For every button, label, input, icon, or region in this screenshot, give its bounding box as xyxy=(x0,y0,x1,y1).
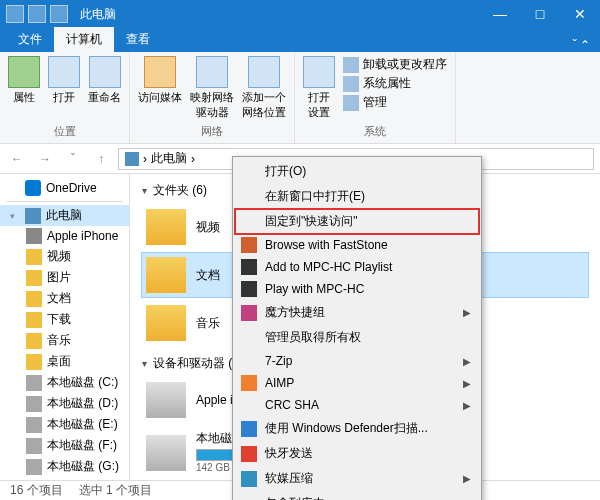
chevron-right-icon: ▶ xyxy=(463,378,471,389)
qat-icon-2[interactable] xyxy=(28,5,46,23)
ctx-play-mpc[interactable]: Play with MPC-HC xyxy=(235,278,479,300)
ribbon-group-location: 属性 打开 重命名 位置 xyxy=(0,52,130,143)
sidebar-disk-g[interactable]: 本地磁盘 (G:) xyxy=(0,456,129,477)
sidebar-disk-f[interactable]: 本地磁盘 (F:) xyxy=(0,435,129,456)
sidebar-disk-c[interactable]: 本地磁盘 (C:) xyxy=(0,372,129,393)
mpc-icon xyxy=(241,259,257,275)
minimize-button[interactable]: — xyxy=(480,0,520,28)
chevron-right-icon: ▶ xyxy=(463,473,471,484)
nav-up-button[interactable]: ↑ xyxy=(90,148,112,170)
folder-icon xyxy=(26,354,42,370)
onedrive-icon xyxy=(25,180,41,196)
access-media-button[interactable]: 访问媒体 xyxy=(138,56,182,105)
ctx-defender[interactable]: 使用 Windows Defender扫描... xyxy=(235,416,479,441)
sidebar-pictures[interactable]: 图片 xyxy=(0,267,129,288)
documents-folder-icon xyxy=(146,257,186,293)
ctx-crc-sha[interactable]: CRC SHA▶ xyxy=(235,394,479,416)
rename-icon xyxy=(89,56,121,88)
ctx-open[interactable]: 打开(O) xyxy=(235,159,479,184)
uninstall-icon xyxy=(343,57,359,73)
videos-folder-icon xyxy=(146,209,186,245)
open-icon xyxy=(48,56,80,88)
add-network-location-button[interactable]: 添加一个 网络位置 xyxy=(242,56,286,120)
system-properties-button[interactable]: 系统属性 xyxy=(343,75,447,92)
ribbon: 属性 打开 重命名 位置 访问媒体 映射网络 驱动器 xyxy=(0,52,600,144)
window-controls: — □ ✕ xyxy=(480,0,600,28)
ctx-add-library[interactable]: 包含到库中▶ xyxy=(235,491,479,500)
sidebar-disk-d[interactable]: 本地磁盘 (D:) xyxy=(0,393,129,414)
manage-icon xyxy=(343,95,359,111)
separator xyxy=(6,201,123,202)
maximize-button[interactable]: □ xyxy=(520,0,560,28)
folder-icon xyxy=(26,312,42,328)
ctx-browse-faststone[interactable]: Browse with FastStone xyxy=(235,234,479,256)
sysprops-icon xyxy=(343,76,359,92)
ctx-pin-quick-access[interactable]: 固定到"快速访问" xyxy=(235,209,479,234)
rename-button[interactable]: 重命名 xyxy=(88,56,121,105)
ribbon-tabs: 文件 计算机 查看 ˇ ⌃ xyxy=(0,28,600,52)
nav-forward-button[interactable]: → xyxy=(34,148,56,170)
add-location-icon xyxy=(248,56,280,88)
drive-icon xyxy=(26,417,42,433)
map-drive-icon xyxy=(196,56,228,88)
close-button[interactable]: ✕ xyxy=(560,0,600,28)
map-drive-button[interactable]: 映射网络 驱动器 xyxy=(190,56,234,120)
open-button[interactable]: 打开 xyxy=(48,56,80,105)
context-menu: 打开(O) 在新窗口中打开(E) 固定到"快速访问" Browse with F… xyxy=(232,156,482,500)
nav-history-button[interactable]: ˇ xyxy=(62,148,84,170)
drive-icon xyxy=(26,375,42,391)
sidebar-iphone[interactable]: Apple iPhone xyxy=(0,226,129,246)
ctx-take-ownership[interactable]: 管理员取得所有权 xyxy=(235,325,479,350)
titlebar: 此电脑 — □ ✕ xyxy=(0,0,600,28)
ctx-compress[interactable]: 软媒压缩▶ xyxy=(235,466,479,491)
sidebar-music[interactable]: 音乐 xyxy=(0,330,129,351)
ctx-kuaiya[interactable]: 快牙发送 xyxy=(235,441,479,466)
chevron-right-icon: ▶ xyxy=(463,400,471,411)
status-item-count: 16 个项目 xyxy=(10,482,63,499)
media-icon xyxy=(144,56,176,88)
magic-icon xyxy=(241,305,257,321)
sidebar-disk-e[interactable]: 本地磁盘 (E:) xyxy=(0,414,129,435)
drive-icon xyxy=(26,396,42,412)
folder-icon xyxy=(26,333,42,349)
tab-computer[interactable]: 计算机 xyxy=(54,27,114,52)
properties-button[interactable]: 属性 xyxy=(8,56,40,105)
ctx-open-new-window[interactable]: 在新窗口中打开(E) xyxy=(235,184,479,209)
breadcrumb-root[interactable]: 此电脑 xyxy=(151,150,187,167)
ribbon-group-network: 访问媒体 映射网络 驱动器 添加一个 网络位置 网络 xyxy=(130,52,295,143)
music-folder-icon xyxy=(146,305,186,341)
sidebar-downloads[interactable]: 下载 xyxy=(0,309,129,330)
sidebar-onedrive[interactable]: OneDrive xyxy=(0,178,129,198)
quick-access-toolbar xyxy=(0,5,74,23)
compress-icon xyxy=(241,471,257,487)
ctx-magic-group[interactable]: 魔方快捷组▶ xyxy=(235,300,479,325)
pc-icon xyxy=(25,208,41,224)
qat-icon-1[interactable] xyxy=(6,5,24,23)
ctx-aimp[interactable]: AIMP▶ xyxy=(235,372,479,394)
tab-view[interactable]: 查看 xyxy=(114,27,162,52)
defender-icon xyxy=(241,421,257,437)
qat-icon-3[interactable] xyxy=(50,5,68,23)
sidebar-desktop[interactable]: 桌面 xyxy=(0,351,129,372)
nav-back-button[interactable]: ← xyxy=(6,148,28,170)
help-icon[interactable]: ˇ ⌃ xyxy=(563,38,600,52)
folder-icon xyxy=(26,249,42,265)
sidebar-videos[interactable]: 视频 xyxy=(0,246,129,267)
phone-icon xyxy=(26,228,42,244)
ctx-add-mpc-playlist[interactable]: Add to MPC-HC Playlist xyxy=(235,256,479,278)
uninstall-button[interactable]: 卸载或更改程序 xyxy=(343,56,447,73)
folder-icon xyxy=(26,270,42,286)
manage-button[interactable]: 管理 xyxy=(343,94,447,111)
properties-icon xyxy=(8,56,40,88)
ribbon-group-system: 打开 设置 卸载或更改程序 系统属性 管理 系统 xyxy=(295,52,456,143)
tab-file[interactable]: 文件 xyxy=(6,27,54,52)
status-selection: 选中 1 个项目 xyxy=(79,482,152,499)
phone-icon xyxy=(146,382,186,418)
open-settings-button[interactable]: 打开 设置 xyxy=(303,56,335,120)
window-title: 此电脑 xyxy=(74,6,480,23)
sidebar-this-pc[interactable]: ▾此电脑 xyxy=(0,205,129,226)
drive-icon xyxy=(26,438,42,454)
drive-icon xyxy=(146,435,186,471)
sidebar-documents[interactable]: 文档 xyxy=(0,288,129,309)
ctx-7zip[interactable]: 7-Zip▶ xyxy=(235,350,479,372)
